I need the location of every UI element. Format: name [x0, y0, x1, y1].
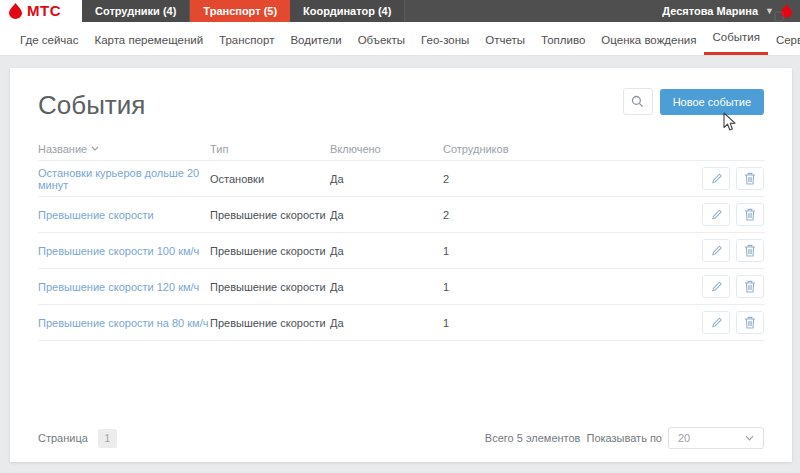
event-employees-count: 1: [443, 317, 690, 329]
events-table: Название Тип Включено Сотрудников Остано…: [38, 137, 764, 341]
event-employees-count: 1: [443, 245, 690, 257]
column-header-name[interactable]: Название: [38, 143, 210, 155]
nav-item[interactable]: Где сейчас: [12, 22, 86, 55]
table-header-row: Название Тип Включено Сотрудников: [38, 137, 764, 161]
table-row: Остановки курьеров дольше 20 минут Остан…: [38, 161, 764, 197]
event-type: Превышение скорости: [210, 281, 330, 293]
trash-icon: [744, 244, 756, 257]
event-enabled: Да: [330, 281, 443, 293]
page-number-box[interactable]: 1: [98, 429, 117, 448]
event-enabled: Да: [330, 245, 443, 257]
table-row: Превышение скорости Превышение скорости …: [38, 197, 764, 233]
search-button[interactable]: [623, 88, 653, 115]
total-elements-label: Всего 5 элементов: [485, 432, 581, 444]
edit-button[interactable]: [702, 311, 730, 334]
account-tab[interactable]: Сотрудники (4): [82, 0, 190, 22]
edit-button[interactable]: [702, 203, 730, 226]
event-type: Превышение скорости: [210, 245, 330, 257]
event-name-link[interactable]: Превышение скорости на 80 км/ч: [38, 317, 208, 329]
event-type: Превышение скорости: [210, 317, 330, 329]
nav-item[interactable]: Отчеты: [477, 22, 533, 55]
new-event-button[interactable]: Новое событие: [660, 89, 764, 115]
event-enabled: Да: [330, 209, 443, 221]
events-card: События Новое событие Название Тип Включ…: [10, 68, 792, 462]
pencil-icon: [710, 244, 723, 257]
nav-item[interactable]: Оценка вождения: [593, 22, 704, 55]
select-chevron-icon: [745, 435, 754, 441]
delete-button[interactable]: [736, 167, 764, 190]
edit-button[interactable]: [702, 167, 730, 190]
mts-logo-text: МТС: [27, 2, 61, 19]
mts-logo[interactable]: МТС: [9, 2, 61, 19]
account-tab[interactable]: Координатор (4): [290, 0, 405, 22]
user-menu[interactable]: Десятова Марина ▼: [662, 0, 792, 22]
mts-egg-icon: [9, 3, 22, 19]
top-bar: МТС Сотрудники (4)Транспорт (5)Координат…: [0, 0, 800, 22]
pencil-icon: [710, 208, 723, 221]
per-page-value: 20: [678, 432, 690, 444]
main-nav: Где сейчасКарта перемещенийТранспортВоди…: [0, 22, 800, 56]
delete-button[interactable]: [736, 203, 764, 226]
trash-icon: [744, 208, 756, 221]
delete-button[interactable]: [736, 239, 764, 262]
delete-button[interactable]: [736, 311, 764, 334]
search-icon: [631, 95, 644, 108]
nav-item[interactable]: Объекты: [350, 22, 413, 55]
event-name-link[interactable]: Превышение скорости 120 км/ч: [38, 281, 199, 293]
event-enabled: Да: [330, 317, 443, 329]
event-employees-count: 2: [443, 173, 690, 185]
event-type: Остановки: [210, 173, 330, 185]
pencil-icon: [710, 280, 723, 293]
account-tabs: Сотрудники (4)Транспорт (5)Координатор (…: [82, 0, 405, 22]
nav-item[interactable]: Водители: [282, 22, 349, 55]
user-name: Десятова Марина: [662, 5, 758, 17]
nav-item[interactable]: Сервис: [768, 22, 800, 55]
column-header-enabled[interactable]: Включено: [330, 143, 443, 155]
event-name-link[interactable]: Превышение скорости 100 км/ч: [38, 245, 199, 257]
pencil-icon: [710, 172, 723, 185]
event-name-link[interactable]: Превышение скорости: [38, 209, 154, 221]
table-row: Превышение скорости 100 км/ч Превышение …: [38, 233, 764, 269]
table-footer: Страница 1 Всего 5 элементов Показывать …: [38, 427, 764, 449]
nav-faded-icon: [774, 11, 784, 22]
column-header-employees[interactable]: Сотрудников: [443, 143, 690, 155]
nav-item[interactable]: Топливо: [533, 22, 593, 55]
trash-icon: [744, 280, 756, 293]
account-tab[interactable]: Транспорт (5): [190, 0, 290, 22]
sort-chevron-icon: [91, 146, 99, 151]
event-employees-count: 1: [443, 281, 690, 293]
per-page-label: Показывать по: [586, 432, 662, 444]
nav-item[interactable]: Карта перемещений: [86, 22, 211, 55]
per-page-select[interactable]: 20: [668, 427, 764, 449]
edit-button[interactable]: [702, 239, 730, 262]
nav-item[interactable]: Транспорт: [211, 22, 282, 55]
nav-item[interactable]: Гео-зоны: [413, 22, 477, 55]
table-body: Остановки курьеров дольше 20 минут Остан…: [38, 161, 764, 341]
event-name-link[interactable]: Остановки курьеров дольше 20 минут: [38, 167, 199, 191]
delete-button[interactable]: [736, 275, 764, 298]
event-employees-count: 2: [443, 209, 690, 221]
table-row: Превышение скорости 120 км/ч Превышение …: [38, 269, 764, 305]
column-header-type[interactable]: Тип: [210, 143, 330, 155]
page-label: Страница: [38, 432, 88, 444]
nav-item[interactable]: События: [704, 22, 767, 55]
table-row: Превышение скорости на 80 км/ч Превышени…: [38, 305, 764, 341]
event-enabled: Да: [330, 173, 443, 185]
trash-icon: [744, 316, 756, 329]
chevron-down-icon: ▼: [765, 7, 774, 16]
trash-icon: [744, 172, 756, 185]
edit-button[interactable]: [702, 275, 730, 298]
pencil-icon: [710, 316, 723, 329]
event-type: Превышение скорости: [210, 209, 330, 221]
